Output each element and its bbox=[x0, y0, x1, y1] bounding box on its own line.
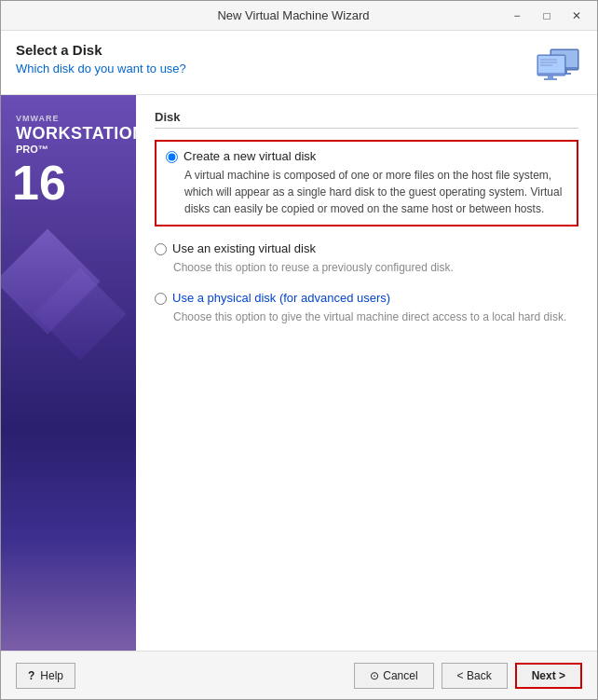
wizard-window: New Virtual Machine Wizard − □ ✕ Select … bbox=[0, 0, 598, 700]
svg-rect-5 bbox=[538, 56, 564, 73]
option-physical-disk-container: Use a physical disk (for advanced users)… bbox=[155, 291, 578, 325]
cancel-button[interactable]: ⊙ Cancel bbox=[354, 663, 433, 689]
header-area: Select a Disk Which disk do you want to … bbox=[1, 31, 597, 95]
content-area: Disk Create a new virtual disk A virtual… bbox=[136, 95, 597, 651]
option-existing-disk-container: Use an existing virtual disk Choose this… bbox=[155, 241, 578, 276]
back-button[interactable]: < Back bbox=[442, 663, 508, 689]
option-new-disk-container: Create a new virtual disk A virtual mach… bbox=[155, 140, 578, 226]
footer-right: ⊙ Cancel < Back Next > bbox=[354, 663, 582, 689]
back-label: < Back bbox=[457, 669, 492, 682]
minimize-button[interactable]: − bbox=[504, 7, 530, 25]
sidebar-version-number: 16 bbox=[1, 158, 66, 207]
option-existing-disk-desc: Choose this option to reuse a previously… bbox=[173, 259, 578, 276]
titlebar-controls: − □ ✕ bbox=[504, 7, 590, 25]
option-existing-disk-label[interactable]: Use an existing virtual disk bbox=[155, 241, 578, 255]
titlebar-title: New Virtual Machine Wizard bbox=[83, 8, 504, 22]
sidebar-decoration bbox=[1, 226, 136, 412]
svg-rect-10 bbox=[544, 78, 557, 80]
page-subtitle: Which disk do you want to use? bbox=[16, 62, 186, 75]
option-physical-disk-text: Use a physical disk (for advanced users) bbox=[172, 291, 390, 305]
sidebar-product-name: WORKSTATION bbox=[1, 125, 145, 144]
sidebar-vmware-label: VMWARE bbox=[1, 114, 60, 123]
page-title: Select a Disk bbox=[16, 42, 186, 58]
help-label: Help bbox=[40, 669, 63, 682]
cancel-icon: ⊙ bbox=[370, 669, 379, 682]
close-button[interactable]: ✕ bbox=[564, 7, 590, 25]
computer-icon bbox=[534, 42, 582, 87]
titlebar: New Virtual Machine Wizard − □ ✕ bbox=[1, 1, 597, 31]
question-mark-icon: ? bbox=[28, 669, 34, 682]
option-physical-disk-desc: Choose this option to give the virtual m… bbox=[173, 309, 578, 325]
main-content: VMWARE WORKSTATION PRO™ 16 Disk Create a… bbox=[1, 95, 597, 651]
footer: ? Help ⊙ Cancel < Back Next > bbox=[1, 651, 597, 699]
option-new-disk-text: Create a new virtual disk bbox=[183, 149, 316, 163]
sidebar-edition-label: PRO™ bbox=[1, 144, 48, 155]
radio-new-disk[interactable] bbox=[166, 151, 178, 163]
option-new-disk-desc: A virtual machine is composed of one or … bbox=[184, 167, 567, 217]
help-button[interactable]: ? Help bbox=[16, 663, 75, 689]
next-button[interactable]: Next > bbox=[515, 663, 582, 689]
next-label: Next > bbox=[532, 669, 565, 682]
footer-left: ? Help bbox=[16, 663, 75, 689]
option-new-disk-label[interactable]: Create a new virtual disk bbox=[166, 149, 567, 163]
cancel-label: Cancel bbox=[383, 669, 417, 682]
sidebar: VMWARE WORKSTATION PRO™ 16 bbox=[1, 95, 136, 651]
radio-existing-disk[interactable] bbox=[155, 243, 167, 255]
option-existing-disk-text: Use an existing virtual disk bbox=[172, 241, 316, 255]
radio-physical-disk[interactable] bbox=[155, 293, 167, 305]
section-disk-label: Disk bbox=[155, 110, 578, 129]
header-icon bbox=[534, 42, 582, 87]
maximize-button[interactable]: □ bbox=[534, 7, 560, 25]
option-physical-disk-label[interactable]: Use a physical disk (for advanced users) bbox=[155, 291, 578, 305]
header-text: Select a Disk Which disk do you want to … bbox=[16, 42, 186, 75]
